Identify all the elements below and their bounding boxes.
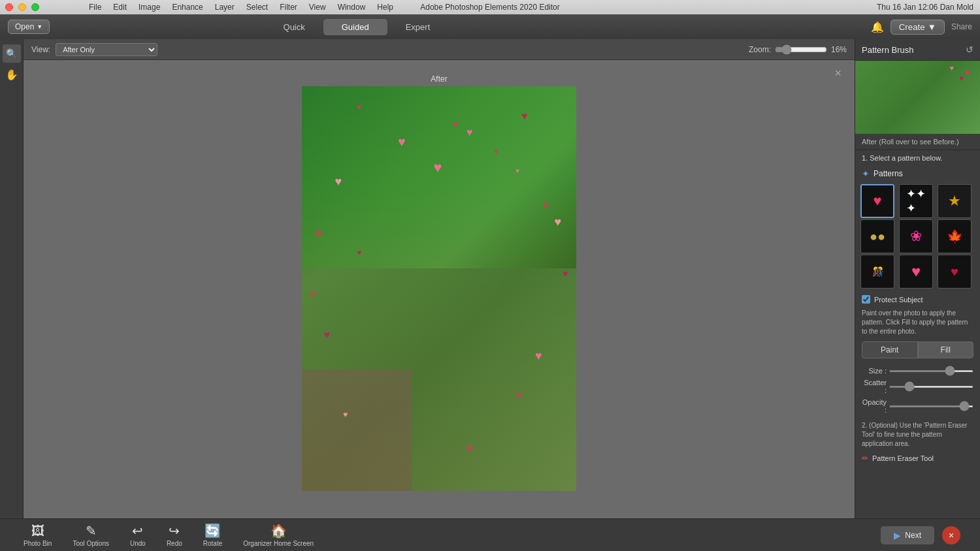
pattern-cell-leaves-orange[interactable]: 🍁 [938,219,972,253]
minimize-window-button[interactable] [18,3,26,11]
paint-button[interactable]: Paint [862,341,918,358]
tab-quick[interactable]: Quick [265,19,323,35]
organizer-button[interactable]: 🏠 Organizer Home Screen [233,523,324,547]
opacity-slider[interactable] [889,405,973,407]
maximize-window-button[interactable] [31,3,39,11]
opacity-label: Opacity : [862,398,887,414]
pattern-cell-stars-gold[interactable]: ★ [938,184,972,218]
zoom-controls: Zoom: 16% [749,44,847,55]
preview-image: ♥ ♥ ♥ [855,61,980,134]
menu-select[interactable]: Select [241,3,273,12]
create-arrow-icon: ▼ [928,22,936,32]
heart-6: ♥ [544,200,549,210]
open-arrow-icon: ▼ [37,24,42,30]
pattern-cell-flowers-pink[interactable]: ❀ [899,219,933,253]
redo-button[interactable]: ↪ Redo [156,523,193,547]
photo-bin-button[interactable]: 🖼 Photo Bin [13,524,62,547]
share-button[interactable]: Share [951,22,972,31]
heart-16: ♥ [516,390,521,400]
next-label: Next [905,531,921,540]
heart-17: ♥ [343,410,348,419]
fill-button[interactable]: Fill [918,341,974,358]
open-button[interactable]: Open ▼ [8,20,50,34]
pattern-confetti-icon: 🎊 [872,266,883,277]
heart-2: ♥ [398,134,406,150]
pattern-cell-stars-white[interactable]: ✦✦✦ [899,184,933,218]
menu-filter[interactable]: Filter [274,3,302,12]
heart-19: ♥ [516,167,520,174]
zoom-tool-button[interactable]: 🔍 [3,44,21,63]
menu-window[interactable]: Window [333,3,371,12]
heart-15: ♥ [535,349,542,363]
menu-layer[interactable]: Layer [210,3,240,12]
mode-tabs: Quick Guided Expert [265,19,449,35]
hand-tool-button[interactable]: ✋ [3,65,21,84]
main-photo[interactable]: ♥ ♥ ♥ ♥ ♥ ♥ ♥ ♥ ♥ ♥ ♥ ♥ ♥ ♥ ♥ ♥ ♥ [302,86,576,491]
pattern-flower-icon: ❀ [910,228,922,245]
pattern-stars-icon: ✦✦✦ [906,187,926,215]
nav-buttons: ▶ Next × [881,526,960,544]
notification-bell-icon[interactable]: 🔔 [871,21,884,33]
view-mode-select[interactable]: After Only Before Only Before & After Ho… [56,43,157,56]
menu-enhance[interactable]: Enhance [167,3,208,12]
rotate-button[interactable]: 🔄 Rotate [193,523,233,547]
tool-options-button[interactable]: ✎ Tool Options [62,523,120,547]
photo-container: ♥ ♥ ♥ ♥ ♥ ♥ ♥ ♥ ♥ ♥ ♥ ♥ ♥ ♥ ♥ ♥ ♥ [302,86,576,491]
hand-icon: ✋ [5,69,18,81]
panel-refresh-icon[interactable]: ↺ [966,44,973,55]
pattern-cell-circles-gold[interactable]: ●● [860,219,894,253]
panel-title: Pattern Brush [862,45,914,55]
pattern-cell-confetti[interactable]: 🎊 [860,255,894,289]
close-window-button[interactable] [5,3,13,11]
cancel-button[interactable]: × [942,526,960,544]
size-slider[interactable] [889,370,973,372]
tab-guided[interactable]: Guided [323,19,387,35]
patterns-label: Patterns [874,169,903,178]
undo-button[interactable]: ↩ Undo [120,523,156,547]
menu-image[interactable]: Image [133,3,165,12]
preview-heart-3: ♥ [959,74,964,83]
photo-bin-icon: 🖼 [31,524,44,539]
pattern-cell-hearts-red[interactable]: ♥ [938,255,972,289]
pattern-large-heart-icon: ♥ [911,262,921,281]
menu-edit[interactable]: Edit [108,3,132,12]
size-label: Size : [862,367,887,375]
photo-bin-label: Photo Bin [24,540,52,547]
eraser-label: Pattern Eraser Tool [872,454,934,462]
next-arrow-icon: ▶ [894,530,901,541]
canvas-content[interactable]: After × ♥ ♥ ♥ ♥ ♥ ♥ ♥ [24,60,855,518]
zoom-icon: 🔍 [6,48,17,59]
title-bar: Adobe Photoshop Elements 2020 Editor Fil… [0,0,980,14]
create-button[interactable]: Create ▼ [890,20,945,35]
scatter-label: Scatter : [862,379,887,394]
menu-bar: File Edit Image Enhance Layer Select Fil… [84,3,399,12]
preview-caption: After (Roll over to see Before.) [855,134,980,150]
tool-options-icon: ✎ [86,523,97,539]
menu-help[interactable]: Help [372,3,399,12]
next-button[interactable]: ▶ Next [881,526,934,544]
pattern-red-heart-icon: ♥ [951,264,958,279]
left-toolbar: 🔍 ✋ [0,39,24,518]
pattern-cell-hearts-pink[interactable]: ♥ [860,184,894,218]
after-label: After [431,74,447,84]
close-canvas-button[interactable]: × [834,67,841,80]
pattern-eraser-row[interactable]: ✏ Pattern Eraser Tool [855,451,980,465]
scatter-slider[interactable] [889,386,973,388]
preview-heart-1: ♥ [965,67,970,78]
organizer-label: Organizer Home Screen [243,540,314,547]
people-area [302,187,576,491]
tab-expert[interactable]: Expert [387,19,449,35]
menu-file[interactable]: File [84,3,106,12]
rotate-label: Rotate [203,540,222,547]
heart-1: ♥ [453,119,458,129]
menu-view[interactable]: View [304,3,331,12]
zoom-slider[interactable] [775,44,827,55]
heart-11: ♥ [357,102,361,112]
protect-subject-checkbox[interactable] [862,295,870,304]
app-title: Adobe Photoshop Elements 2020 Editor [420,3,559,12]
heart-12: ♥ [466,127,473,138]
paint-instruction: Paint over the photo to apply the patter… [855,306,980,341]
heart-18: ♥ [466,443,473,454]
heart-8: ♥ [316,228,322,240]
pattern-cell-hearts-large[interactable]: ♥ [899,255,933,289]
